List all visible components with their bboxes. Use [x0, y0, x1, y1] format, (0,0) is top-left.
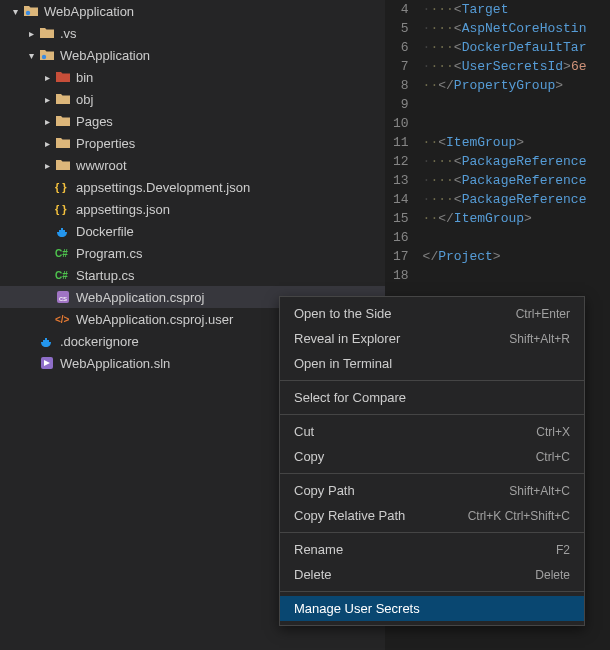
line-number: 8 — [393, 76, 409, 95]
svg-text:{ }: { } — [55, 181, 67, 193]
menu-item-label: Copy Relative Path — [294, 508, 405, 523]
tree-item-label: bin — [76, 70, 93, 85]
folder-app-icon — [38, 46, 56, 64]
menu-item-cut[interactable]: CutCtrl+X — [280, 419, 584, 444]
tree-item-label: WebApplication.csproj.user — [76, 312, 233, 327]
tree-item-program-cs[interactable]: C#Program.cs — [0, 242, 385, 264]
chevron-right-icon[interactable]: ▸ — [24, 28, 38, 39]
menu-item-shortcut: Delete — [535, 568, 570, 582]
csharp-icon: C# — [54, 244, 72, 262]
tree-item-webapplication[interactable]: ▾WebApplication — [0, 0, 385, 22]
tree-item-webapplication[interactable]: ▾WebApplication — [0, 44, 385, 66]
menu-item-shortcut: Ctrl+K Ctrl+Shift+C — [468, 509, 570, 523]
menu-item-copy-relative-path[interactable]: Copy Relative PathCtrl+K Ctrl+Shift+C — [280, 503, 584, 528]
line-number: 6 — [393, 38, 409, 57]
tree-item-label: .vs — [60, 26, 77, 41]
chevron-down-icon[interactable]: ▾ — [8, 6, 22, 17]
menu-item-reveal-in-explorer[interactable]: Reveal in ExplorerShift+Alt+R — [280, 326, 584, 351]
tree-item-bin[interactable]: ▸bin — [0, 66, 385, 88]
tree-item-label: wwwroot — [76, 158, 127, 173]
code-line — [423, 95, 610, 114]
folder-icon — [54, 90, 72, 108]
tree-item-startup-cs[interactable]: C#Startup.cs — [0, 264, 385, 286]
code-line — [423, 228, 610, 247]
menu-separator — [280, 532, 584, 533]
tree-item-label: Properties — [76, 136, 135, 151]
tree-item-appsettings-json[interactable]: { }appsettings.json — [0, 198, 385, 220]
code-line: ··</PropertyGroup> — [423, 76, 610, 95]
json-icon: { } — [54, 178, 72, 196]
menu-item-open-in-terminal[interactable]: Open in Terminal — [280, 351, 584, 376]
line-number: 16 — [393, 228, 409, 247]
svg-text:C#: C# — [55, 270, 68, 281]
code-line: ····<UserSecretsId>6e — [423, 57, 610, 76]
menu-item-manage-user-secrets[interactable]: Manage User Secrets — [280, 596, 584, 621]
tree-item-label: Pages — [76, 114, 113, 129]
tree-item-label: .dockerignore — [60, 334, 139, 349]
menu-separator — [280, 414, 584, 415]
folder-app-icon — [22, 2, 40, 20]
chevron-right-icon[interactable]: ▸ — [40, 116, 54, 127]
code-line: ····<PackageReference — [423, 190, 610, 209]
menu-separator — [280, 380, 584, 381]
tree-item-appsettings-development-json[interactable]: { }appsettings.Development.json — [0, 176, 385, 198]
menu-item-copy-path[interactable]: Copy PathShift+Alt+C — [280, 478, 584, 503]
tree-item-label: WebApplication.sln — [60, 356, 170, 371]
menu-item-open-to-the-side[interactable]: Open to the SideCtrl+Enter — [280, 301, 584, 326]
line-number: 5 — [393, 19, 409, 38]
csproj-icon: cs — [54, 288, 72, 306]
line-number: 11 — [393, 133, 409, 152]
menu-item-shortcut: Ctrl+Enter — [516, 307, 570, 321]
menu-item-shortcut: Ctrl+C — [536, 450, 570, 464]
chevron-right-icon[interactable]: ▸ — [40, 94, 54, 105]
chevron-right-icon[interactable]: ▸ — [40, 72, 54, 83]
tree-item-dockerfile[interactable]: Dockerfile — [0, 220, 385, 242]
folder-bin-icon — [54, 68, 72, 86]
menu-item-select-for-compare[interactable]: Select for Compare — [280, 385, 584, 410]
tree-item-label: Startup.cs — [76, 268, 135, 283]
menu-separator — [280, 591, 584, 592]
csharp-icon: C# — [54, 266, 72, 284]
tree-item-properties[interactable]: ▸Properties — [0, 132, 385, 154]
chevron-right-icon[interactable]: ▸ — [40, 160, 54, 171]
chevron-down-icon[interactable]: ▾ — [24, 50, 38, 61]
tree-item-label: appsettings.json — [76, 202, 170, 217]
code-line: ····<PackageReference — [423, 171, 610, 190]
folder-icon — [54, 156, 72, 174]
code-line — [423, 114, 610, 133]
tree-item-label: Dockerfile — [76, 224, 134, 239]
line-number: 10 — [393, 114, 409, 133]
folder-icon — [54, 112, 72, 130]
code-line: ··</ItemGroup> — [423, 209, 610, 228]
menu-item-copy[interactable]: CopyCtrl+C — [280, 444, 584, 469]
chevron-right-icon[interactable]: ▸ — [40, 138, 54, 149]
tree-item-label: WebApplication — [44, 4, 134, 19]
code-line: ····<PackageReference — [423, 152, 610, 171]
menu-item-shortcut: Ctrl+X — [536, 425, 570, 439]
menu-item-label: Manage User Secrets — [294, 601, 420, 616]
tree-item-obj[interactable]: ▸obj — [0, 88, 385, 110]
context-menu[interactable]: Open to the SideCtrl+EnterReveal in Expl… — [279, 296, 585, 626]
line-number: 13 — [393, 171, 409, 190]
code-line: ····<AspNetCoreHostin — [423, 19, 610, 38]
folder-icon — [54, 134, 72, 152]
svg-text:</>: </> — [55, 314, 70, 325]
svg-text:C#: C# — [55, 248, 68, 259]
tree-item-pages[interactable]: ▸Pages — [0, 110, 385, 132]
tree-item-label: appsettings.Development.json — [76, 180, 250, 195]
menu-item-rename[interactable]: RenameF2 — [280, 537, 584, 562]
menu-separator — [280, 473, 584, 474]
menu-item-delete[interactable]: DeleteDelete — [280, 562, 584, 587]
tree-item--vs[interactable]: ▸.vs — [0, 22, 385, 44]
menu-item-label: Copy — [294, 449, 324, 464]
svg-text:{ }: { } — [55, 203, 67, 215]
xml-icon: </> — [54, 310, 72, 328]
docker-icon — [54, 222, 72, 240]
svg-point-1 — [42, 55, 46, 59]
svg-text:cs: cs — [59, 294, 67, 303]
code-line: ····<Target — [423, 0, 610, 19]
tree-item-wwwroot[interactable]: ▸wwwroot — [0, 154, 385, 176]
tree-item-label: WebApplication.csproj — [76, 290, 204, 305]
code-line: ··<ItemGroup> — [423, 133, 610, 152]
line-number: 4 — [393, 0, 409, 19]
